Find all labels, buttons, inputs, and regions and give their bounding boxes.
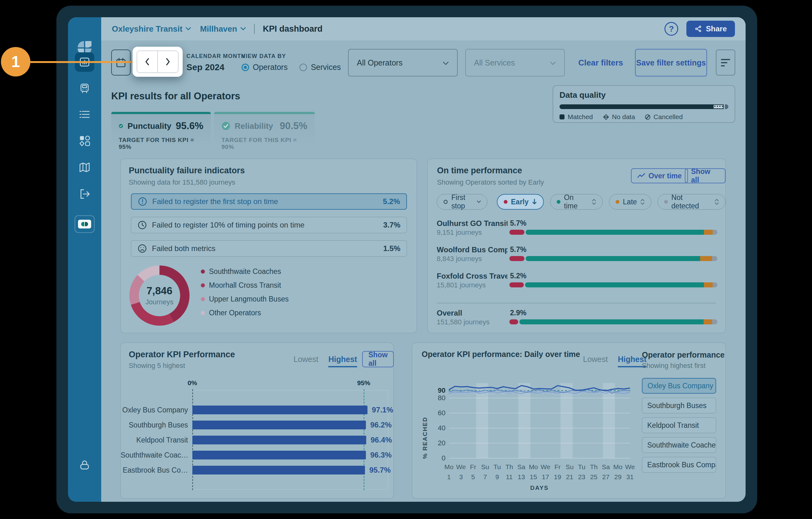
bar-segment-on-time <box>519 319 704 324</box>
lowest-toggle[interactable]: Lowest <box>293 355 318 364</box>
bar[interactable] <box>192 420 366 429</box>
operators-select[interactable]: All Operators <box>348 49 458 77</box>
operator-performance-row[interactable]: Foxfold Cross Travel15,801 journeys5.2% <box>437 270 716 296</box>
breadcrumb-label: Oxleyshire Transit <box>112 24 182 34</box>
sidebar-item-app-shortcut[interactable] <box>75 215 95 233</box>
sort-pill-on-time[interactable]: On time <box>550 194 603 210</box>
operator-button-oxley-bus-company[interactable]: Oxley Bus Company <box>642 378 716 394</box>
operator-performance-row[interactable]: Woolford Bus Comp…8,843 journeys5.7% <box>437 244 716 270</box>
clock-icon <box>138 220 147 230</box>
first-stop-select[interactable]: First stop <box>437 194 488 210</box>
x-tick-day-label: Su <box>563 463 576 471</box>
highest-toggle[interactable]: Highest <box>328 355 357 367</box>
share-button[interactable]: Share <box>686 21 735 37</box>
y-tick-label: 20 <box>432 439 445 447</box>
panel-subtitle: Showing Operators sorted by Early <box>437 178 544 187</box>
legend-dot <box>504 200 508 204</box>
operator-performance-row[interactable]: Oulhurst GO Transit9,151 journeys5.7% <box>437 217 716 244</box>
show-all-button[interactable]: Show all <box>362 351 394 367</box>
chevron-left-icon <box>144 57 151 67</box>
failure-indicator-label: Failed to register 10% of timing points … <box>152 221 304 229</box>
x-tick-number-label: 15 <box>527 473 541 481</box>
y-tick-label: 80 <box>432 394 445 402</box>
bar[interactable] <box>192 406 368 414</box>
bar-category-label: Southburgh Buses <box>121 420 188 429</box>
donut-legend: Souththwaite CoachesMoorhall Cross Trans… <box>201 267 289 317</box>
operator-performance-row[interactable]: Overall151,580 journeys2.9% <box>437 307 716 333</box>
tab-value: 90.5% <box>280 120 307 132</box>
donut-center-value: 7,846 <box>147 285 173 297</box>
sidebar-item-list[interactable] <box>68 108 101 120</box>
data-quality-legend-item: No data <box>603 113 635 121</box>
over-time-button[interactable]: Over time <box>631 168 688 183</box>
bar-segment-early <box>510 230 524 235</box>
legend-label: Moorhall Cross Transit <box>209 281 281 290</box>
calendar-month-group: CALENDAR MONTH Sep 2024 <box>186 53 245 73</box>
operator-button-keldpool-transit[interactable]: Keldpool Transit <box>642 417 716 433</box>
save-filter-settings-button[interactable]: Save filter settings <box>635 49 707 77</box>
help-button[interactable]: ? <box>664 22 678 36</box>
topbar: Oxleyshire Transit Millhaven KPI dashboa… <box>101 17 746 40</box>
breadcrumb-organisation[interactable]: Oxleyshire Transit <box>112 24 191 34</box>
share-icon <box>695 25 702 33</box>
breadcrumb-region[interactable]: Millhaven <box>200 24 245 34</box>
sort-pill-not-detected[interactable]: Not detected <box>658 194 726 210</box>
tab-label: Reliability <box>235 121 273 131</box>
kpi-bar-row: Oxley Bus Company97.1% <box>121 406 394 414</box>
sidebar-item-sign-out[interactable] <box>68 188 101 200</box>
operator-button-souththwaite-coaches[interactable]: Souththwaite Coaches <box>642 437 716 453</box>
operator-kpi-panel: Operator KPI Performance Showing 5 highe… <box>120 343 394 499</box>
data-quality-bar <box>559 104 728 109</box>
sort-pill-late[interactable]: Late <box>609 194 651 210</box>
radio-operators[interactable]: Operators <box>241 63 288 72</box>
chevron-down-icon <box>240 27 246 31</box>
show-all-button[interactable]: Show all <box>685 168 726 183</box>
sidebar-item-categories[interactable] <box>68 135 101 147</box>
view-data-by-label: VIEW DATA BY <box>241 53 341 59</box>
radio-services[interactable]: Services <box>299 63 341 72</box>
share-label: Share <box>706 24 727 33</box>
filter-settings-button[interactable] <box>716 50 735 76</box>
bar-segment-late <box>704 230 713 235</box>
tab-reliability[interactable]: Reliability 90.5% TARGET FOR THIS KPI = … <box>214 112 315 147</box>
x-tick-number-label: 3 <box>454 473 468 481</box>
bar[interactable] <box>192 436 366 444</box>
lowest-toggle[interactable]: Lowest <box>583 355 608 364</box>
bar[interactable] <box>192 466 365 474</box>
sidebar-item-map[interactable] <box>68 161 101 173</box>
legend-label: No data <box>612 113 635 121</box>
sort-pill-early[interactable]: Early <box>497 194 544 210</box>
next-month-button[interactable] <box>158 51 178 73</box>
operator-name: Woolford Bus Comp… <box>437 245 508 254</box>
x-tick-day-label: Tu <box>490 463 504 471</box>
bar-segment-early <box>510 319 518 324</box>
failure-indicator-row[interactable]: Failed to register the first stop on tim… <box>131 193 407 210</box>
sad-face-icon <box>138 244 147 253</box>
x-tick-number-label: 23 <box>575 473 589 481</box>
failure-indicator-row[interactable]: Failed to register 10% of timing points … <box>131 217 407 233</box>
failure-indicator-row[interactable]: Failed both metrics1.5% <box>131 240 407 257</box>
x-tick-day-label: Mo <box>442 463 456 471</box>
x-tick-day-label: Su <box>478 463 492 471</box>
donut-legend-item: Other Operators <box>201 309 289 317</box>
operator-button-eastbrook-bus-compa-[interactable]: Eastbrook Bus Compa… <box>642 457 716 473</box>
previous-month-button[interactable] <box>137 51 158 73</box>
cancelled-icon <box>645 114 650 120</box>
bar[interactable] <box>192 451 366 460</box>
x-tick-day-label: Mo <box>611 463 625 471</box>
tab-punctuality[interactable]: Punctuality 95.6% TARGET FOR THIS KPI = … <box>111 112 211 147</box>
stop-circle-icon <box>443 199 448 205</box>
sidebar-item-vehicles[interactable] <box>68 82 101 94</box>
bus-icon <box>79 82 90 94</box>
clear-filters-link[interactable]: Clear filters <box>578 49 623 77</box>
operator-name: Oulhurst GO Transit <box>437 219 508 228</box>
legend-label: Cancelled <box>654 113 683 121</box>
operator-button-southburgh-buses[interactable]: Southburgh Buses <box>642 398 716 413</box>
panel-title: On time performance <box>437 166 522 175</box>
view-data-by-group: VIEW DATA BY Operators Services <box>241 53 341 72</box>
chevron-down-icon <box>477 200 481 204</box>
services-select[interactable]: All Services <box>465 49 565 77</box>
x-tick-day-label: Th <box>587 463 601 471</box>
page-title: KPI dashboard <box>263 24 323 34</box>
sidebar-item-lock[interactable] <box>68 459 101 471</box>
